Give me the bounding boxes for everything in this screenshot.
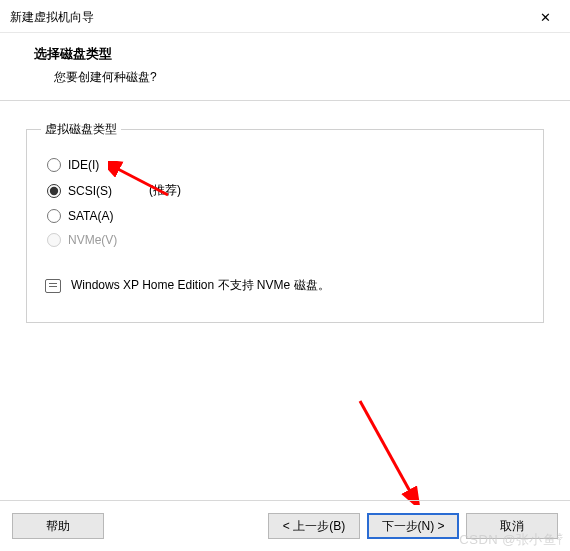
option-sata[interactable]: SATA(A)	[47, 209, 529, 223]
next-button[interactable]: 下一步(N) >	[367, 513, 459, 539]
option-sata-label: SATA(A)	[68, 209, 114, 223]
option-ide[interactable]: IDE(I)	[47, 158, 529, 172]
header-subtitle: 您要创建何种磁盘?	[54, 69, 560, 86]
close-icon: ✕	[540, 10, 551, 25]
window-title: 新建虚拟机向导	[10, 9, 94, 26]
watermark: CSDN @张小鱼༒	[459, 531, 564, 549]
wizard-header: 选择磁盘类型 您要创建何种磁盘?	[0, 33, 570, 101]
option-nvme-label: NVMe(V)	[68, 233, 117, 247]
option-scsi[interactable]: SCSI(S) (推荐)	[47, 182, 529, 199]
compat-note: Windows XP Home Edition 不支持 NVMe 磁盘。	[45, 277, 529, 294]
radio-sata[interactable]	[47, 209, 61, 223]
close-button[interactable]: ✕	[530, 6, 560, 28]
radio-ide[interactable]	[47, 158, 61, 172]
header-title: 选择磁盘类型	[34, 45, 560, 63]
disk-type-group: 虚拟磁盘类型 IDE(I) SCSI(S) (推荐) SATA(A) NVMe(…	[26, 121, 544, 323]
option-scsi-label: SCSI(S)	[68, 184, 112, 198]
titlebar: 新建虚拟机向导 ✕	[0, 0, 570, 33]
radio-nvme	[47, 233, 61, 247]
compat-note-text: Windows XP Home Edition 不支持 NVMe 磁盘。	[71, 277, 330, 294]
group-legend: 虚拟磁盘类型	[41, 121, 121, 138]
wizard-body: 虚拟磁盘类型 IDE(I) SCSI(S) (推荐) SATA(A) NVMe(…	[0, 101, 570, 323]
option-ide-label: IDE(I)	[68, 158, 99, 172]
back-button[interactable]: < 上一步(B)	[268, 513, 360, 539]
annotation-arrow-next	[350, 395, 430, 505]
info-icon	[45, 279, 61, 293]
svg-line-1	[360, 401, 412, 495]
option-scsi-hint: (推荐)	[149, 182, 181, 199]
radio-scsi[interactable]	[47, 184, 61, 198]
help-button[interactable]: 帮助	[12, 513, 104, 539]
option-nvme: NVMe(V)	[47, 233, 529, 247]
